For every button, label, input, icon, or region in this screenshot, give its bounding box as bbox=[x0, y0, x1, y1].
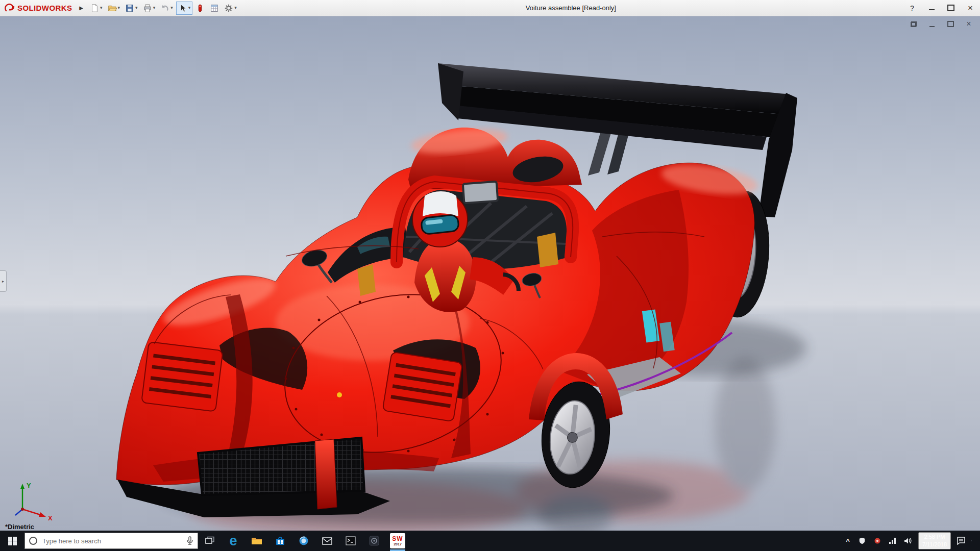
window-title: Voiture assemblee [Read-only] bbox=[239, 4, 902, 12]
dropdown-caret[interactable]: ▾ bbox=[170, 6, 173, 10]
print-button[interactable]: ▾ bbox=[141, 2, 158, 15]
doc-close-icon: × bbox=[966, 20, 971, 28]
cockpit-side-panel-left bbox=[357, 264, 376, 296]
select-button[interactable]: ▾ bbox=[176, 2, 193, 15]
graphics-area[interactable]: × ▸ Y X *Dimetric bbox=[0, 16, 980, 531]
circle-app-icon bbox=[299, 536, 309, 546]
logo-text: SOLIDWORKS bbox=[17, 4, 72, 12]
dropdown-caret[interactable]: ▾ bbox=[118, 6, 120, 10]
dropdown-caret[interactable]: ▾ bbox=[100, 6, 103, 10]
menu-expand-arrow[interactable]: ▶ bbox=[75, 5, 87, 11]
dark-app-icon bbox=[369, 536, 379, 546]
feature-tree-collapsed-tab[interactable]: ▸ bbox=[0, 270, 7, 292]
terminal-icon bbox=[346, 536, 356, 545]
new-document-button[interactable]: ▾ bbox=[88, 2, 105, 15]
file-properties-button[interactable] bbox=[208, 2, 221, 15]
status-dot-icon bbox=[874, 537, 881, 544]
search-input[interactable] bbox=[41, 537, 182, 545]
doc-maximize-button[interactable] bbox=[945, 19, 955, 29]
dropdown-caret[interactable]: ▾ bbox=[234, 6, 237, 10]
dropdown-caret[interactable]: ▾ bbox=[135, 6, 138, 10]
system-tray: ^ 2:58 PM 7/11/2018 bbox=[844, 531, 980, 551]
taskbar-search[interactable] bbox=[24, 533, 198, 549]
show-desktop-button[interactable] bbox=[971, 540, 978, 541]
triad-y-label: Y bbox=[27, 482, 31, 489]
store-button[interactable] bbox=[268, 531, 292, 551]
dropdown-caret[interactable]: ▾ bbox=[153, 6, 156, 10]
taskbar-clock[interactable]: 2:58 PM 7/11/2018 bbox=[918, 532, 951, 549]
file-properties-icon bbox=[210, 4, 219, 13]
print-icon bbox=[143, 4, 152, 13]
minimize-button[interactable] bbox=[922, 0, 941, 16]
minimize-icon bbox=[929, 9, 935, 10]
titlebar: SOLIDWORKS ▶ ▾ ▾ ▾ bbox=[0, 0, 980, 16]
doc-maximize-icon bbox=[947, 21, 954, 27]
rebuild-button[interactable] bbox=[193, 2, 207, 15]
open-icon bbox=[108, 4, 117, 13]
microphone-icon[interactable] bbox=[186, 536, 193, 545]
orientation-triad: Y X bbox=[10, 480, 59, 522]
clock-date: 7/11/2018 bbox=[922, 541, 947, 548]
action-center-icon bbox=[957, 537, 966, 545]
doc-minimize-button[interactable] bbox=[927, 19, 937, 29]
task-view-button[interactable] bbox=[198, 531, 222, 551]
close-icon: × bbox=[968, 4, 973, 12]
solidworks-logo: SOLIDWORKS bbox=[4, 3, 72, 13]
open-button[interactable]: ▾ bbox=[106, 2, 122, 15]
options-button[interactable]: ▾ bbox=[222, 2, 239, 15]
maximize-button[interactable] bbox=[941, 0, 961, 16]
cockpit-side-panel-right bbox=[537, 233, 558, 267]
action-center-button[interactable] bbox=[956, 536, 966, 546]
new-document-icon bbox=[90, 4, 99, 13]
terminal-button[interactable] bbox=[339, 531, 362, 551]
circle-app-button[interactable] bbox=[292, 531, 315, 551]
edge-icon: e bbox=[229, 534, 237, 548]
file-explorer-button[interactable] bbox=[245, 531, 268, 551]
clock-time: 2:58 PM bbox=[922, 533, 947, 541]
select-cursor-icon bbox=[178, 4, 187, 13]
left-fender-louvers[interactable] bbox=[141, 342, 223, 412]
sw-letters: SW bbox=[392, 536, 403, 542]
doc-cascade-button[interactable] bbox=[909, 19, 919, 29]
file-explorer-icon bbox=[251, 536, 262, 545]
network-icon bbox=[889, 537, 897, 544]
task-view-icon bbox=[205, 536, 214, 545]
shield-icon bbox=[859, 537, 866, 545]
windows-logo-icon bbox=[8, 537, 17, 545]
defender-tray-button[interactable] bbox=[857, 536, 867, 546]
quick-access-toolbar: ▾ ▾ ▾ ▾ bbox=[87, 2, 239, 15]
nose-marker-light bbox=[337, 392, 342, 397]
ds-logo-icon bbox=[4, 3, 15, 13]
mail-icon bbox=[322, 537, 332, 545]
mail-button[interactable] bbox=[315, 531, 339, 551]
solidworks-app-icon: SW 2017 bbox=[390, 533, 405, 548]
taskbar: e bbox=[0, 531, 980, 551]
help-button[interactable]: ? bbox=[902, 0, 922, 16]
3d-race-car-model[interactable] bbox=[0, 16, 980, 531]
start-button[interactable] bbox=[0, 531, 24, 551]
view-orientation-label: *Dimetric bbox=[5, 523, 34, 531]
dropdown-caret[interactable]: ▾ bbox=[188, 6, 191, 10]
undo-button[interactable]: ▾ bbox=[158, 2, 175, 15]
rebuild-icon bbox=[195, 4, 205, 13]
dark-app-button[interactable] bbox=[362, 531, 386, 551]
volume-icon bbox=[904, 537, 912, 544]
tray-expand-chevron[interactable]: ^ bbox=[844, 537, 852, 545]
maximize-icon bbox=[947, 5, 954, 11]
edge-button[interactable]: e bbox=[222, 531, 245, 551]
center-mirror[interactable] bbox=[463, 182, 498, 204]
doc-close-button[interactable]: × bbox=[964, 19, 974, 29]
taskbar-pinned-apps: e bbox=[198, 531, 409, 551]
triad-x-label: X bbox=[48, 514, 53, 522]
solidworks-taskbar-button[interactable]: SW 2017 bbox=[386, 531, 409, 551]
sw-year: 2017 bbox=[394, 542, 402, 546]
right-fender-louvers[interactable] bbox=[382, 352, 462, 421]
save-button[interactable]: ▾ bbox=[123, 2, 140, 15]
status-tray-button[interactable] bbox=[872, 536, 883, 546]
network-tray-button[interactable] bbox=[888, 536, 898, 546]
close-button[interactable]: × bbox=[961, 0, 980, 16]
volume-tray-button[interactable] bbox=[903, 536, 913, 546]
undo-icon bbox=[160, 4, 169, 13]
gear-icon bbox=[224, 4, 233, 13]
document-window-controls: × bbox=[909, 19, 974, 29]
